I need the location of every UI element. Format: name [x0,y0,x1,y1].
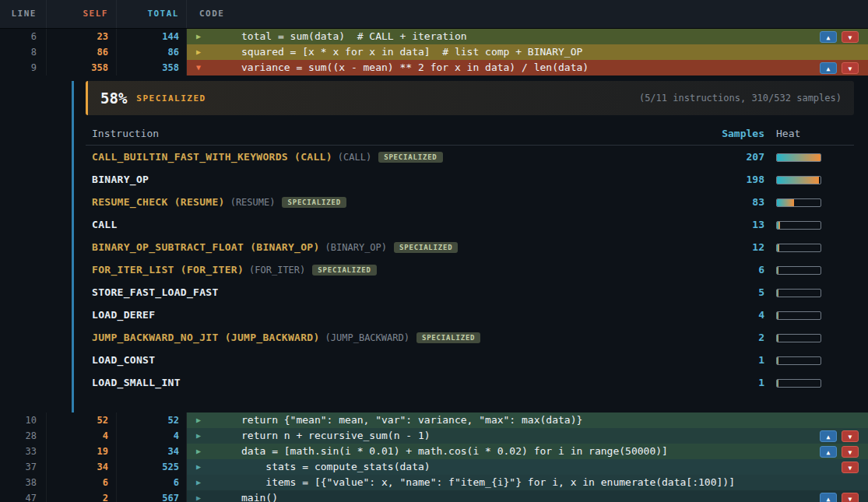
expand-icon[interactable]: ▶ [196,459,207,475]
code-cell[interactable]: ▶ stats = compute_stats(data)▼ [187,459,868,475]
instruction-base-opcode: (RESUME) [230,197,276,208]
instruction-table: Instruction Samples Heat CALL_BUILTIN_FA… [86,121,854,394]
row-buttons: ▲▼ [820,493,868,502]
column-header-self: SELF [47,0,117,28]
instruction-cell: JUMP_BACKWARD_NO_JIT (JUMP_BACKWARD)(JUM… [86,332,710,343]
instruction-name: RESUME_CHECK (RESUME) [92,196,225,208]
heat-cell [764,307,854,322]
code-cell[interactable]: ▶squared = [x * x for x in data] # list … [187,44,868,60]
line-number: 47 [0,490,47,502]
specialization-panel: 58% SPECIALIZED (5/11 instructions, 310/… [86,81,854,394]
code-cell[interactable]: ▶main()▲▼ [187,490,868,502]
specialized-badge: SPECIALIZED [312,265,376,276]
jump-up-button[interactable]: ▲ [820,62,837,74]
row-buttons: ▲▼ [820,446,868,458]
self-samples: 86 [47,44,117,60]
instruction-name: BINARY_OP_SUBTRACT_FLOAT (BINARY_OP) [92,241,320,253]
instruction-cell: CALL [86,219,710,230]
code-text: stats = compute_stats(data) [241,459,430,475]
heat-bar-fill [777,177,819,184]
jump-down-button[interactable]: ▼ [842,430,859,442]
instruction-cell: BINARY_OP_SUBTRACT_FLOAT (BINARY_OP)(BIN… [86,241,710,253]
total-samples: 52 [117,412,187,428]
instruction-samples: 1 [710,354,764,366]
instruction-name: FOR_ITER_LIST (FOR_ITER) [92,264,244,276]
row-buttons: ▼ [842,462,868,473]
instruction-cell: CALL_BUILTIN_FAST_WITH_KEYWORDS (CALL)(C… [86,151,710,163]
row-buttons: ▲▼ [820,62,868,74]
jump-up-button[interactable]: ▲ [820,446,837,458]
rows-above: 623144▶total = sum(data) # CALL + iterat… [0,29,868,75]
expand-icon[interactable]: ▶ [196,44,207,60]
jump-down-button[interactable]: ▼ [842,31,859,43]
heat-cell [764,217,854,232]
instruction-row: BINARY_OP198 [86,168,854,191]
self-samples: 23 [47,29,117,44]
total-samples: 144 [117,29,187,44]
row-buttons: ▲▼ [820,31,868,43]
line-number: 38 [0,475,47,490]
heat-bar-fill [777,290,778,297]
line-number: 28 [0,428,47,444]
specialization-summary-text: (5/11 instructions, 310/532 samples) [639,93,842,104]
code-cell[interactable]: ▶return n + recursive_sum(n - 1)▲▼ [187,428,868,444]
heat-cell [764,375,854,390]
instruction-name: CALL_BUILTIN_FAST_WITH_KEYWORDS (CALL) [92,151,332,163]
code-cell[interactable]: ▶ items = [{"value": x, "name": f"item_{… [187,475,868,490]
instruction-row: LOAD_DEREF4 [86,304,854,326]
instruction-row: RESUME_CHECK (RESUME)(RESUME)SPECIALIZED… [86,191,854,213]
heat-bar [776,244,821,252]
expand-icon[interactable]: ▶ [196,444,207,459]
instruction-name: STORE_FAST_LOAD_FAST [92,286,219,298]
expand-icon[interactable]: ▶ [196,490,207,502]
specialized-badge: SPECIALIZED [378,152,442,163]
code-cell[interactable]: ▼variance = sum((x - mean) ** 2 for x in… [187,60,868,75]
jump-down-button[interactable]: ▼ [842,493,859,502]
instruction-base-opcode: (CALL) [338,152,371,163]
code-text: total = sum(data) # CALL + iteration [241,29,467,44]
row-buttons: ▲▼ [820,430,868,442]
line-number: 9 [0,60,47,75]
total-samples: 6 [117,475,187,490]
self-samples: 6 [47,475,117,490]
expand-icon[interactable]: ▶ [196,412,207,428]
jump-up-button[interactable]: ▲ [820,430,837,442]
column-header-row: LINE SELF TOTAL CODE [0,0,868,29]
instruction-samples: 5 [710,286,764,298]
code-cell[interactable]: ▶return {"mean": mean, "var": variance, … [187,412,868,428]
instruction-row: FOR_ITER_LIST (FOR_ITER)(FOR_ITER)SPECIA… [86,258,854,281]
heat-cell [764,149,854,164]
total-samples: 34 [117,444,187,459]
instruction-samples: 6 [710,264,764,276]
expand-icon[interactable]: ▶ [196,475,207,490]
jump-up-button[interactable]: ▲ [820,493,837,502]
instruction-samples: 1 [710,377,764,388]
line-number: 8 [0,44,47,60]
expand-icon[interactable]: ▶ [196,29,207,44]
jump-down-button[interactable]: ▼ [842,462,859,473]
instruction-name: LOAD_DEREF [92,309,155,321]
jump-up-button[interactable]: ▲ [820,31,837,43]
code-line-row: 3866▶ items = [{"value": x, "name": f"it… [0,475,868,490]
instruction-samples: 12 [710,241,764,253]
heat-cell [764,240,854,255]
self-samples: 4 [47,428,117,444]
samples-column-header: Samples [710,128,764,139]
instruction-samples: 198 [710,174,764,185]
code-text: return n + recursive_sum(n - 1) [241,428,430,444]
total-samples: 86 [117,44,187,60]
instruction-row: BINARY_OP_SUBTRACT_FLOAT (BINARY_OP)(BIN… [86,236,854,258]
code-cell[interactable]: ▶total = sum(data) # CALL + iteration▲▼ [187,29,868,44]
profiler-app: LINE SELF TOTAL CODE 623144▶total = sum(… [0,0,868,502]
self-samples: 34 [47,459,117,475]
code-cell[interactable]: ▶data = [math.sin(i * 0.01) + math.cos(i… [187,444,868,459]
jump-down-button[interactable]: ▼ [842,62,859,74]
heat-bar [776,334,821,342]
code-line-row: 105252▶return {"mean": mean, "var": vari… [0,412,868,428]
instruction-column-header: Instruction [86,128,710,139]
heat-bar-fill [777,199,794,206]
expand-icon[interactable]: ▶ [196,428,207,444]
collapse-icon[interactable]: ▼ [196,60,207,75]
jump-down-button[interactable]: ▼ [842,446,859,458]
instruction-name: LOAD_CONST [92,354,155,366]
